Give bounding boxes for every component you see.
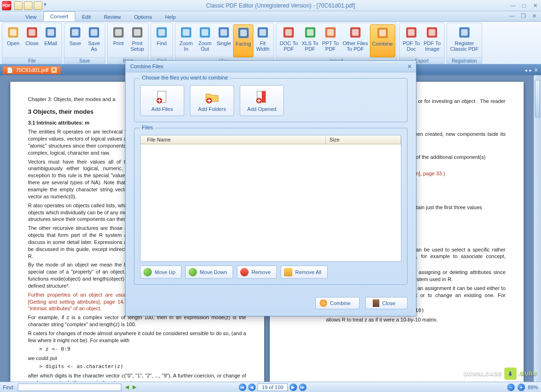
document-tab-close-icon[interactable]: ✕ (51, 67, 57, 73)
find-input[interactable] (18, 384, 121, 391)
next-page-button[interactable]: ▶ (290, 384, 297, 391)
ribbon-printsetup-button[interactable]: PrintSetup (128, 24, 147, 57)
column-size[interactable]: Size (326, 135, 401, 144)
tab-help[interactable]: Help (158, 12, 182, 21)
last-page-button[interactable]: ⏭ (299, 384, 306, 391)
dialog-titlebar[interactable]: Combine Files ✕ (125, 61, 416, 72)
ribbon-item-label: PDF ToImage (423, 40, 440, 52)
add-opened-icon (254, 89, 269, 104)
page-indicator[interactable]: 19 of 109 (258, 384, 288, 391)
combine-button[interactable]: Combine (315, 297, 360, 309)
find-icon (155, 25, 169, 39)
ribbon-single-button[interactable]: Single (214, 24, 233, 57)
move-up-button[interactable]: Move Up (140, 266, 181, 279)
ribbon-save-button[interactable]: Save (66, 24, 85, 57)
ribbon-xls2pdf-button[interactable]: XLS ToPDF (300, 24, 320, 57)
qat-save-icon[interactable] (24, 1, 32, 10)
ribbon-item-label: Other FilesTo PDF (343, 40, 368, 52)
ribbon-print-button[interactable]: Print (109, 24, 128, 57)
qat-open-icon[interactable] (14, 1, 23, 10)
ribbon-group-save: SaveSaveAsSave (64, 23, 105, 64)
zoom-in-button[interactable]: + (517, 384, 525, 391)
prev-page-button[interactable]: ◀ (248, 384, 256, 391)
close-button[interactable]: Close (365, 297, 408, 309)
ribbon-pdf2doc-button[interactable]: PDF ToDoc (401, 24, 422, 57)
mdi-restore-button[interactable]: ❐ (519, 13, 527, 19)
zoom-out-button[interactable]: − (507, 384, 515, 391)
svg-rect-46 (262, 91, 266, 102)
zoom-level: 89% (528, 384, 538, 390)
ribbon-zoomout-button[interactable]: ZoomOut (196, 24, 214, 57)
zoomout-icon (198, 25, 212, 39)
ribbon-facing-button[interactable]: Facing (233, 24, 253, 57)
page-text: R caters for changes of mode almost anyw… (28, 330, 246, 344)
tab-next-icon[interactable]: ▸ (529, 67, 532, 73)
tab-prev-icon[interactable]: ◂ (525, 67, 527, 73)
ribbon-group-label: Registration (447, 57, 482, 64)
move-down-button[interactable]: Move Down (185, 266, 233, 279)
ribbon-item-label: RegisterClassic PDF (450, 40, 479, 52)
tab-view[interactable]: View (19, 12, 43, 21)
remove-all-button[interactable]: Remove All (281, 266, 328, 279)
first-page-button[interactable]: ⏮ (239, 384, 246, 391)
button-label: Move Up (155, 269, 175, 275)
vertical-scrollbar[interactable] (533, 75, 541, 382)
find-prev-icon[interactable]: ◀ (125, 384, 129, 390)
add-folders-button[interactable]: Add Folders (190, 85, 234, 116)
button-label: Add Files (151, 106, 173, 112)
qat-print-icon[interactable] (34, 1, 42, 10)
facing-icon (236, 26, 251, 40)
column-filename[interactable]: File Name (141, 135, 326, 144)
ribbon-other2pdf-button[interactable]: Other FilesTo PDF (341, 24, 370, 57)
ribbon-group-label: File (2, 57, 62, 64)
page-chapter: Chapter 3: Objects, their modes and a (28, 96, 116, 103)
dialog-title-text: Combine Files (130, 63, 163, 69)
arrow-up-icon (143, 268, 152, 276)
scrollbar-thumb[interactable] (535, 80, 540, 118)
ribbon-find-button[interactable]: Find (152, 24, 171, 57)
close-window-button[interactable]: ✕ (532, 2, 539, 9)
svg-rect-3 (29, 29, 35, 36)
ribbon-register-button[interactable]: RegisterClassic PDF (448, 24, 481, 57)
ribbon-ppt2pdf-button[interactable]: PPT ToPDF (320, 24, 341, 57)
ribbon-fitwidth-button[interactable]: FitWidth (253, 24, 272, 57)
ribbon-item-label: Facing (235, 41, 251, 47)
svg-rect-9 (91, 29, 97, 36)
quick-access-toolbar: ▾ (14, 1, 52, 10)
maximize-button[interactable]: □ (520, 2, 528, 9)
ribbon-item-label: Close (25, 40, 39, 46)
window-title: Classic PDF Editor (Unregistered Version… (52, 2, 509, 9)
mdi-minimize-button[interactable]: — (508, 13, 516, 19)
tab-close-icon[interactable]: ✕ (534, 67, 538, 73)
page-code: > digits <- as.character(z) (39, 363, 246, 370)
add-files-button[interactable]: Add Files (140, 85, 184, 116)
minimize-button[interactable]: — (509, 2, 517, 9)
tab-review[interactable]: Review (97, 12, 127, 21)
ribbon-zoomin-button[interactable]: ZoomIn (177, 24, 196, 57)
mdi-close-button[interactable]: ✕ (531, 13, 538, 19)
qat-dropdown-icon[interactable]: ▾ (44, 1, 52, 10)
tab-convert[interactable]: Convert (43, 11, 76, 21)
add-opened-button[interactable]: Add Opened (240, 85, 284, 116)
ribbon-doc2pdf-button[interactable]: DOC ToPDF (278, 24, 300, 57)
svg-rect-27 (285, 29, 292, 36)
ribbon-close-button[interactable]: Close (23, 24, 41, 57)
pdf2img-icon (425, 25, 439, 39)
remove-button[interactable]: Remove (237, 266, 277, 279)
ribbon-pdf2img-button[interactable]: PDF ToImage (422, 24, 442, 57)
ribbon-combine-button[interactable]: Combine (370, 24, 395, 57)
document-tab[interactable]: 📄 70C61d01.pdf ✕ (3, 66, 61, 74)
tab-edit[interactable]: Edit (75, 12, 97, 21)
svg-rect-37 (408, 29, 415, 36)
ribbon-item-label: Print (113, 40, 124, 46)
ribbon-open-button[interactable]: Open (4, 24, 23, 57)
find-next-icon[interactable]: ▶ (133, 384, 136, 390)
tab-options[interactable]: Options (127, 12, 158, 21)
printsetup-icon (130, 25, 144, 39)
file-list-table[interactable]: File Name Size (140, 135, 401, 262)
ribbon-item-label: Single (217, 40, 231, 46)
ribbon-email-button[interactable]: EMail (41, 24, 60, 57)
ribbon-saveas-button[interactable]: SaveAs (85, 24, 103, 57)
page-text: after which digits is the character vect… (28, 372, 246, 382)
dialog-close-icon[interactable]: ✕ (407, 63, 412, 70)
